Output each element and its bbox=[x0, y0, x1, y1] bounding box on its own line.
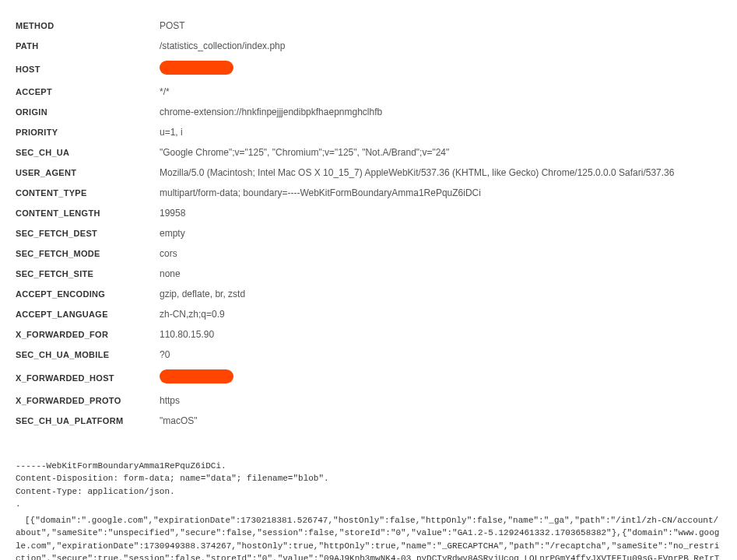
header-key: CONTENT_LENGTH bbox=[16, 208, 160, 218]
header-value: /statistics_collection/index.php bbox=[160, 40, 721, 51]
header-key: HOST bbox=[16, 65, 160, 74]
header-row: ACCEPT_ENCODINGgzip, deflate, br, zstd bbox=[16, 284, 721, 304]
header-row: PRIORITYu=1, i bbox=[16, 122, 721, 142]
header-key: SEC_CH_UA_PLATFORM bbox=[16, 416, 160, 425]
header-value: "macOS" bbox=[160, 415, 721, 426]
header-row: X_FORWARDED_PROTOhttps bbox=[16, 390, 721, 411]
header-value: 110.80.15.90 bbox=[160, 329, 721, 340]
header-key: SEC_FETCH_SITE bbox=[16, 269, 160, 278]
header-row: X_FORWARDED_FOR110.80.15.90 bbox=[16, 324, 721, 345]
headers-table: METHODPOSTPATH/statistics_collection/ind… bbox=[16, 16, 721, 431]
header-value: cors bbox=[160, 248, 721, 259]
header-value: none bbox=[160, 268, 721, 279]
header-row: SEC_CH_UA_MOBILE?0 bbox=[16, 345, 721, 365]
header-key: USER_AGENT bbox=[16, 168, 160, 177]
header-value bbox=[160, 61, 721, 77]
header-key: SEC_CH_UA_MOBILE bbox=[16, 350, 160, 359]
header-value: Mozilla/5.0 (Macintosh; Intel Mac OS X 1… bbox=[160, 167, 721, 178]
header-row: SEC_CH_UA"Google Chrome";v="125", "Chrom… bbox=[16, 142, 721, 163]
header-key: CONTENT_TYPE bbox=[16, 188, 160, 198]
body-line: Content-Type: application/json. bbox=[16, 485, 721, 499]
header-value: empty bbox=[160, 228, 721, 239]
body-json: [{"domain":".google.com","expirationDate… bbox=[16, 514, 721, 561]
header-row: SEC_FETCH_DESTempty bbox=[16, 223, 721, 243]
header-row: METHODPOST bbox=[16, 16, 721, 36]
header-key: SEC_CH_UA bbox=[16, 148, 160, 157]
header-key: ORIGIN bbox=[16, 107, 160, 117]
request-body: ------WebKitFormBoundaryAmma1RePquZ6iDCi… bbox=[16, 446, 721, 560]
header-key: PRIORITY bbox=[16, 128, 160, 137]
header-key: PATH bbox=[16, 41, 160, 51]
header-value: ?0 bbox=[160, 349, 721, 360]
header-row: CONTENT_LENGTH19958 bbox=[16, 203, 721, 223]
body-line: . bbox=[16, 498, 721, 511]
header-value: https bbox=[160, 395, 721, 406]
header-key: X_FORWARDED_PROTO bbox=[16, 396, 160, 405]
header-row: USER_AGENTMozilla/5.0 (Macintosh; Intel … bbox=[16, 163, 721, 183]
header-key: ACCEPT_ENCODING bbox=[16, 289, 160, 299]
header-key: SEC_FETCH_MODE bbox=[16, 249, 160, 258]
header-row: SEC_FETCH_MODEcors bbox=[16, 243, 721, 264]
header-row: ACCEPT_LANGUAGEzh-CN,zh;q=0.9 bbox=[16, 304, 721, 324]
header-value bbox=[160, 369, 721, 386]
header-value: "Google Chrome";v="125", "Chromium";v="1… bbox=[160, 147, 721, 158]
header-key: X_FORWARDED_FOR bbox=[16, 330, 160, 339]
body-line: ------WebKitFormBoundaryAmma1RePquZ6iDCi… bbox=[16, 460, 721, 473]
header-value: gzip, deflate, br, zstd bbox=[160, 289, 721, 299]
header-key: ACCEPT_LANGUAGE bbox=[16, 310, 160, 319]
body-line: Content-Disposition: form-data; name="da… bbox=[16, 472, 721, 485]
header-key: X_FORWARDED_HOST bbox=[16, 373, 160, 383]
header-row: PATH/statistics_collection/index.php bbox=[16, 36, 721, 56]
header-row: CONTENT_TYPEmultipart/form-data; boundar… bbox=[16, 183, 721, 203]
header-row: SEC_CH_UA_PLATFORM"macOS" bbox=[16, 411, 721, 431]
header-value: u=1, i bbox=[160, 127, 721, 138]
header-value: POST bbox=[160, 20, 721, 31]
header-row: ACCEPT*/* bbox=[16, 82, 721, 102]
header-value: */* bbox=[160, 86, 721, 97]
header-value: chrome-extension://hnkfinpejjjendibpkfha… bbox=[160, 107, 721, 117]
redacted-value bbox=[160, 369, 233, 383]
header-key: ACCEPT bbox=[16, 87, 160, 96]
header-row: SEC_FETCH_SITEnone bbox=[16, 264, 721, 284]
header-value: multipart/form-data; boundary=----WebKit… bbox=[160, 187, 721, 198]
header-key: SEC_FETCH_DEST bbox=[16, 229, 160, 238]
header-value: 19958 bbox=[160, 208, 721, 219]
header-row: ORIGINchrome-extension://hnkfinpejjjendi… bbox=[16, 102, 721, 122]
header-value: zh-CN,zh;q=0.9 bbox=[160, 309, 721, 320]
header-key: METHOD bbox=[16, 21, 160, 30]
header-row: HOST bbox=[16, 56, 721, 82]
redacted-value bbox=[160, 61, 233, 75]
header-row: X_FORWARDED_HOST bbox=[16, 365, 721, 390]
